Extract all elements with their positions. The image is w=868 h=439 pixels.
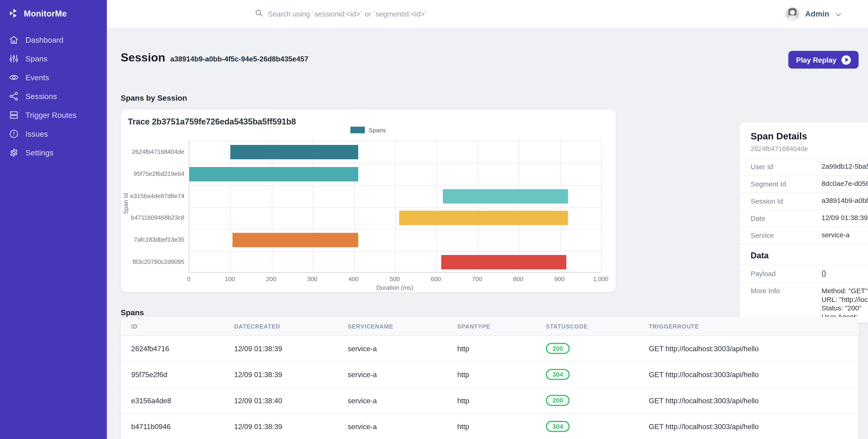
chart-gridline bbox=[436, 141, 437, 272]
detail-label: Session Id bbox=[751, 197, 822, 205]
span-details-title: Span Details bbox=[751, 131, 868, 142]
detail-label: Service bbox=[751, 232, 822, 240]
x-tick-label: 100 bbox=[225, 275, 235, 282]
x-tick-label: 200 bbox=[266, 275, 276, 282]
app-logo[interactable]: MonitorMe bbox=[0, 0, 107, 24]
chart-gridline bbox=[519, 141, 519, 272]
sidebar: MonitorMe DashboardSpansEventsSessionsTr… bbox=[0, 0, 107, 439]
y-tick-label: 2624fb47168404de bbox=[132, 148, 184, 155]
chart-bar[interactable] bbox=[232, 233, 358, 247]
sidebar-item-trigger-routes[interactable]: Trigger Routes bbox=[0, 106, 107, 125]
user-name: Admin bbox=[805, 9, 829, 18]
detail-row-date: Date12/09 01:38:39 bbox=[740, 209, 868, 227]
play-replay-button[interactable]: Play Replay bbox=[788, 51, 859, 69]
search-bar bbox=[255, 0, 506, 28]
table-row[interactable]: b4711b094612/09 01:38:39service-ahttp304… bbox=[121, 414, 859, 439]
chart-gridline bbox=[272, 141, 272, 272]
column-header-servicename: SERVICENAME bbox=[348, 323, 457, 330]
status-badge: 200 bbox=[546, 343, 570, 354]
cell-span-type: http bbox=[457, 370, 546, 378]
spans-table-card: IDDATECREATEDSERVICENAMESPANTYPESTATUSCO… bbox=[121, 317, 859, 439]
x-tick-label: 800 bbox=[513, 275, 523, 282]
chart-gridline bbox=[395, 141, 396, 272]
cell-trigger-route: GET http://localhost:3003/api/hello bbox=[649, 396, 859, 405]
cell-date-created: 12/09 01:38:39 bbox=[234, 422, 348, 431]
detail-row-segment-id: Segment Id8dc0ae7e-d056-48ad-a11c-9f40dd… bbox=[740, 175, 868, 193]
chart-gridline bbox=[601, 141, 601, 272]
column-header-id: ID bbox=[131, 323, 234, 330]
table-row[interactable]: 95f75e2f6d12/09 01:38:39service-ahttp304… bbox=[121, 362, 859, 387]
sidebar-item-label: Settings bbox=[26, 148, 54, 157]
table-body: 2624fb471612/09 01:38:39service-ahttp200… bbox=[121, 336, 859, 439]
detail-row-user-id: User Id2a99db12-5ba5-45bd-8aee-2a69a0539… bbox=[740, 158, 868, 175]
chart-gridline bbox=[354, 141, 354, 272]
cell-id: 95f75e2f6d bbox=[131, 370, 234, 378]
sliders-icon bbox=[9, 54, 19, 64]
detail-value: 2a99db12-5ba5-45bd-8aee-2a69a05391b8 bbox=[822, 163, 868, 171]
y-tick-label: f83c20780c2d9095 bbox=[133, 258, 184, 265]
chart-gridline bbox=[189, 163, 601, 164]
x-tick-label: 0 bbox=[187, 275, 190, 282]
cell-trigger-route: GET http://localhost:3003/api/hello bbox=[649, 422, 859, 431]
spans-by-session-heading: Spans by Session bbox=[121, 94, 187, 102]
cell-id: e3156a4de8 bbox=[131, 396, 234, 405]
main-content: Sessiona38914b9-a0bb-4f5c-94e5-26d8b435e… bbox=[107, 28, 868, 439]
chart-title: Trace 2b3751a759fe726eda5435ba5ff591b8 bbox=[128, 117, 296, 126]
chart-bar[interactable] bbox=[441, 255, 566, 269]
chart-gridline bbox=[189, 229, 601, 230]
data-section-title: Data bbox=[740, 244, 868, 265]
chart-gridline bbox=[189, 251, 601, 252]
span-details-header: Span Details 2624fb47168404de bbox=[740, 122, 868, 158]
legend-swatch bbox=[350, 127, 365, 133]
span-details-rows: User Id2a99db12-5ba5-45bd-8aee-2a69a0539… bbox=[740, 158, 868, 327]
chart-bar[interactable] bbox=[189, 167, 358, 181]
column-header-statuscode: STATUSCODE bbox=[546, 323, 649, 330]
avatar bbox=[786, 7, 800, 21]
sidebar-item-events[interactable]: Events bbox=[0, 68, 107, 87]
cell-id: b4711b0946 bbox=[131, 422, 234, 431]
chart-gridline bbox=[189, 207, 601, 208]
table-row[interactable]: 2624fb471612/09 01:38:39service-ahttp200… bbox=[121, 336, 859, 362]
app-name: MonitorMe bbox=[24, 8, 67, 18]
span-details-subtitle: 2624fb47168404de bbox=[751, 145, 868, 153]
detail-value: a38914b9-a0bb-4f5c-94e5-26d8b435e457 bbox=[822, 197, 868, 206]
gear-icon bbox=[9, 148, 19, 158]
cell-date-created: 12/09 01:38:39 bbox=[234, 370, 348, 378]
table-row[interactable]: e3156a4de812/09 01:38:40service-ahttp200… bbox=[121, 387, 859, 413]
page-title: Session bbox=[121, 51, 165, 64]
x-tick-label: 600 bbox=[431, 275, 441, 282]
legend-label: Spans bbox=[369, 127, 386, 133]
cell-id: 2624fb4716 bbox=[131, 344, 234, 352]
chart-bar[interactable] bbox=[230, 145, 358, 159]
sidebar-item-sessions[interactable]: Sessions bbox=[0, 87, 107, 106]
spans-table-heading: Spans bbox=[121, 308, 144, 317]
detail-value: service-a bbox=[822, 231, 849, 240]
detail-label: Date bbox=[751, 214, 822, 223]
sidebar-item-dashboard[interactable]: Dashboard bbox=[0, 31, 107, 49]
sidebar-item-spans[interactable]: Spans bbox=[0, 49, 107, 68]
detail-label: User Id bbox=[751, 163, 822, 171]
cell-status-code: 304 bbox=[546, 421, 649, 432]
sidebar-item-label: Spans bbox=[26, 54, 48, 63]
sidebar-item-issues[interactable]: Issues bbox=[0, 125, 107, 143]
x-tick-label: 900 bbox=[554, 275, 564, 282]
x-axis-title: Duration (ms) bbox=[189, 284, 601, 291]
detail-row-payload: Payload{} bbox=[740, 265, 868, 282]
cell-span-type: http bbox=[457, 422, 546, 431]
chart-gridline bbox=[478, 141, 478, 272]
sidebar-item-label: Dashboard bbox=[26, 35, 63, 44]
cell-status-code: 200 bbox=[546, 395, 649, 406]
search-input[interactable] bbox=[268, 10, 506, 18]
y-axis-labels: 2624fb47168404de95f75e2f6d219e64e3156a4d… bbox=[121, 140, 184, 273]
chart-bar[interactable] bbox=[443, 189, 568, 203]
cell-service-name: service-a bbox=[348, 396, 457, 405]
user-menu[interactable]: Admin bbox=[786, 0, 842, 28]
chart-bar[interactable] bbox=[400, 211, 568, 225]
sidebar-item-settings[interactable]: Settings bbox=[0, 143, 107, 162]
eye-icon bbox=[9, 72, 19, 82]
status-badge: 304 bbox=[546, 421, 570, 432]
detail-value: {} bbox=[822, 270, 826, 278]
chart-plot-area bbox=[189, 140, 601, 273]
cell-date-created: 12/09 01:38:39 bbox=[234, 344, 348, 352]
topbar: Admin bbox=[107, 0, 868, 28]
